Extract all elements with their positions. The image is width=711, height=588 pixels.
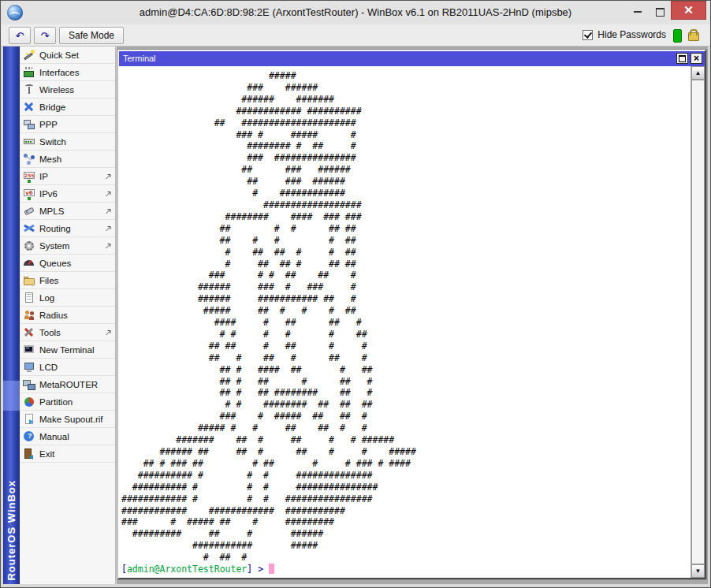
sidebar-item-files[interactable]: Files bbox=[20, 272, 115, 289]
terminal-output[interactable]: ##### ### ###### ###### ####### ########… bbox=[119, 66, 691, 578]
sidebar-item-exit[interactable]: Exit bbox=[20, 445, 115, 463]
sidebar-item-make-supout-rif[interactable]: Make Supout.rif bbox=[20, 411, 115, 428]
ipv6-icon bbox=[23, 188, 35, 200]
prompt-bracket: [ bbox=[121, 564, 127, 575]
maximize-button[interactable] bbox=[650, 4, 670, 20]
scroll-down-button[interactable]: ▼ bbox=[691, 564, 705, 578]
sidebar-item-manual[interactable]: Manual bbox=[20, 428, 115, 445]
sidebar-item-label: Tools bbox=[39, 328, 61, 337]
sidebar-item-system[interactable]: System bbox=[20, 237, 115, 255]
terminal-art-line: ## # ## ######## ## # bbox=[121, 387, 691, 399]
antenna-icon bbox=[23, 84, 35, 96]
sidebar-item-mpls[interactable]: MPLS bbox=[20, 203, 115, 220]
scrollbar-thumb[interactable] bbox=[691, 80, 705, 564]
terminal-close-button[interactable]: × bbox=[691, 53, 702, 64]
safe-mode-button[interactable]: Safe Mode bbox=[59, 27, 124, 44]
sidebar-item-wireless[interactable]: Wireless bbox=[20, 81, 115, 99]
gear-icon bbox=[23, 240, 35, 252]
terminal-art-line: #### # ## ## # bbox=[121, 317, 691, 329]
sidebar-item-radius[interactable]: Radius bbox=[20, 307, 115, 324]
scroll-up-button[interactable]: ▲ bbox=[691, 66, 705, 80]
terminal-art-line: ############ ########## bbox=[121, 106, 691, 117]
sidebar-item-switch[interactable]: Switch bbox=[20, 133, 115, 151]
terminal-art-line: ## # ## # ## # bbox=[121, 352, 691, 364]
terminal-art-line: ####### ## # ## # # ###### bbox=[121, 434, 691, 446]
terminal-art-line: ## # # # ## bbox=[121, 235, 691, 247]
terminal-art-line: # # ######## ## ## ## bbox=[121, 399, 691, 411]
maximize-icon bbox=[656, 8, 664, 17]
exit-door-icon bbox=[23, 448, 35, 460]
sidebar-item-lcd[interactable]: LCD bbox=[20, 359, 115, 376]
sidebar-item-label: Mesh bbox=[39, 154, 61, 164]
wand-icon bbox=[23, 49, 35, 61]
metarouter-monitors-icon bbox=[23, 378, 35, 391]
sidebar-menu: Quick SetInterfacesWirelessBridgePPPSwit… bbox=[20, 47, 116, 584]
lock-icon bbox=[688, 32, 699, 41]
sidebar-item-tools[interactable]: Tools bbox=[20, 324, 115, 341]
sidebar-item-interfaces[interactable]: Interfaces bbox=[20, 64, 115, 81]
sidebar-item-label: MPLS bbox=[39, 207, 64, 216]
sidebar-item-new-terminal[interactable]: New Terminal bbox=[20, 341, 115, 359]
sidebar-item-metarouter[interactable]: MetaROUTER bbox=[20, 376, 115, 393]
submenu-arrow-icon bbox=[105, 225, 112, 232]
sidebar-item-label: IPv6 bbox=[39, 189, 58, 199]
terminal-screen-icon bbox=[23, 344, 35, 356]
mdi-area: Terminal × ##### ### ###### ###### #####… bbox=[117, 47, 708, 584]
terminal-art-line: ## ## # ## # # bbox=[121, 341, 691, 352]
terminal-art-line: ### ###### bbox=[121, 82, 691, 94]
redo-button[interactable]: ↷ bbox=[34, 27, 56, 44]
sidebar-item-mesh[interactable]: Mesh bbox=[20, 151, 115, 168]
undo-button[interactable]: ↶ bbox=[9, 27, 31, 44]
network-card-icon bbox=[23, 66, 35, 79]
sidebar-item-label: System bbox=[39, 241, 69, 251]
terminal-art-line: ########## # # # ############## bbox=[121, 470, 691, 482]
title-bar: admin@D4:CA:6D:8D:98:2E (ArxontTestRoute… bbox=[1, 1, 710, 24]
terminal-art-line: ###### ####### bbox=[121, 94, 691, 106]
branding-strip: RouterOS WinBox bbox=[3, 47, 20, 584]
terminal-art-line: ########## # # # ############### bbox=[121, 482, 691, 493]
sidebar-item-label: Make Supout.rif bbox=[39, 415, 103, 424]
sidebar-item-ppp[interactable]: PPP bbox=[20, 116, 115, 133]
terminal-art-line: ## # #### ## # ## bbox=[121, 364, 691, 376]
terminal-art-line: ### # ##### ## # ######### bbox=[121, 516, 691, 528]
terminal-maximize-button[interactable] bbox=[676, 53, 688, 64]
sidebar-item-label: Interfaces bbox=[39, 68, 80, 77]
sidebar-item-label: Log bbox=[39, 293, 54, 303]
terminal-scrollbar[interactable]: ▲ ▼ bbox=[691, 66, 705, 578]
terminal-title: Terminal bbox=[123, 54, 156, 63]
mesh-nodes-icon bbox=[23, 153, 35, 166]
sidebar-item-label: MetaROUTER bbox=[39, 380, 98, 389]
winbox-window: admin@D4:CA:6D:8D:98:2E (ArxontTestRoute… bbox=[0, 0, 711, 588]
sidebar-item-ip[interactable]: IP bbox=[20, 168, 115, 185]
sidebar-item-partition[interactable]: Partition bbox=[20, 393, 115, 411]
hide-passwords-control[interactable]: Hide Passwords bbox=[583, 29, 666, 40]
terminal-art-line: # ## ## # ## ## bbox=[121, 259, 691, 270]
minimize-button[interactable] bbox=[627, 4, 648, 20]
sidebar-item-label: Bridge bbox=[39, 102, 65, 112]
sidebar-item-ipv6[interactable]: IPv6 bbox=[20, 185, 115, 203]
sidebar-item-routing[interactable]: Routing bbox=[20, 220, 115, 237]
sidebar-item-bridge[interactable]: Bridge bbox=[20, 99, 115, 116]
supout-doc-icon bbox=[23, 413, 35, 426]
sidebar-item-label: Queues bbox=[39, 259, 71, 268]
sidebar-item-queues[interactable]: Queues bbox=[20, 255, 115, 272]
prompt-user: admin@ArxontTestRouter bbox=[127, 564, 247, 575]
sidebar-item-quick-set[interactable]: Quick Set bbox=[20, 47, 115, 64]
ip-255-icon bbox=[23, 170, 35, 183]
sidebar-item-label: Manual bbox=[39, 432, 69, 441]
terminal-title-bar[interactable]: Terminal bbox=[119, 51, 705, 66]
question-mark-icon bbox=[23, 430, 35, 443]
terminal-art-line: # ############ bbox=[121, 188, 691, 199]
undo-icon: ↶ bbox=[16, 30, 24, 42]
redo-icon: ↷ bbox=[41, 30, 50, 42]
sidebar-item-log[interactable]: Log bbox=[20, 289, 115, 307]
close-button[interactable]: ✕ bbox=[671, 1, 706, 20]
minimize-icon bbox=[634, 11, 642, 13]
terminal-art-line: ## ### ###### bbox=[121, 164, 691, 176]
terminal-art-line: ## # # ## ## bbox=[121, 223, 691, 235]
hide-passwords-checkbox[interactable] bbox=[583, 30, 593, 40]
terminal-art-line: ### ############### bbox=[121, 152, 691, 164]
terminal-cursor[interactable] bbox=[269, 564, 274, 574]
terminal-art-line: # # # # # ## bbox=[121, 329, 691, 341]
terminal-maximize-icon bbox=[679, 55, 686, 62]
